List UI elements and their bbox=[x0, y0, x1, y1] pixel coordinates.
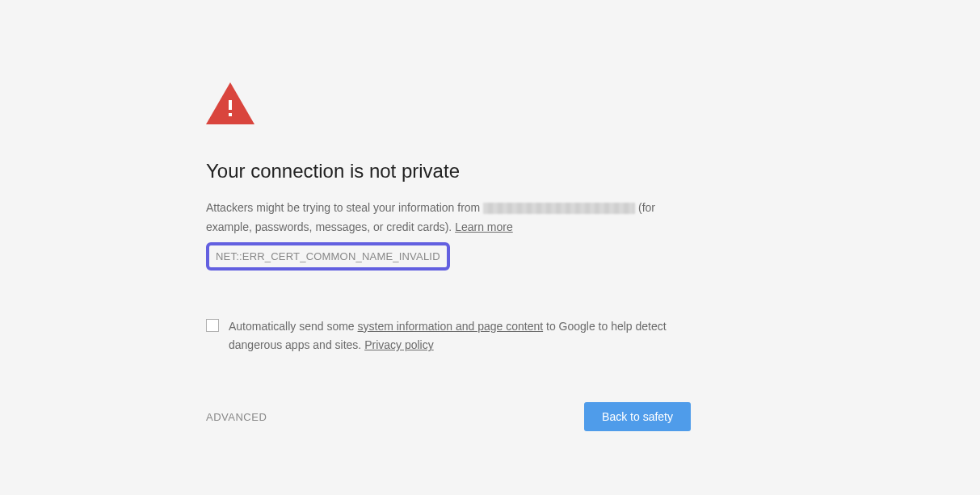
privacy-policy-link[interactable]: Privacy policy bbox=[364, 338, 434, 351]
action-row: ADVANCED Back to safety bbox=[206, 402, 691, 431]
svg-rect-2 bbox=[229, 113, 232, 116]
reporting-opt-in: Automatically send some system informati… bbox=[206, 317, 691, 356]
opt-in-text: Automatically send some system informati… bbox=[229, 317, 691, 356]
svg-rect-1 bbox=[229, 100, 232, 110]
system-info-link[interactable]: system information and page content bbox=[358, 320, 544, 333]
warning-icon-wrap bbox=[206, 82, 691, 128]
page-heading: Your connection is not private bbox=[206, 160, 691, 182]
ssl-warning-interstitial: Your connection is not private Attackers… bbox=[206, 0, 691, 431]
opt-in-checkbox[interactable] bbox=[206, 319, 219, 332]
warning-body: Attackers might be trying to steal your … bbox=[206, 199, 691, 237]
body-prefix: Attackers might be trying to steal your … bbox=[206, 201, 483, 214]
learn-more-link[interactable]: Learn more bbox=[455, 220, 513, 233]
error-code: NET::ERR_CERT_COMMON_NAME_INVALID bbox=[216, 250, 440, 262]
opt-in-prefix: Automatically send some bbox=[229, 320, 358, 333]
back-to-safety-button[interactable]: Back to safety bbox=[584, 402, 691, 431]
advanced-button[interactable]: ADVANCED bbox=[206, 411, 267, 423]
warning-triangle-icon bbox=[206, 82, 254, 124]
error-code-highlight: NET::ERR_CERT_COMMON_NAME_INVALID bbox=[206, 242, 450, 271]
redacted-hostname bbox=[483, 203, 635, 214]
